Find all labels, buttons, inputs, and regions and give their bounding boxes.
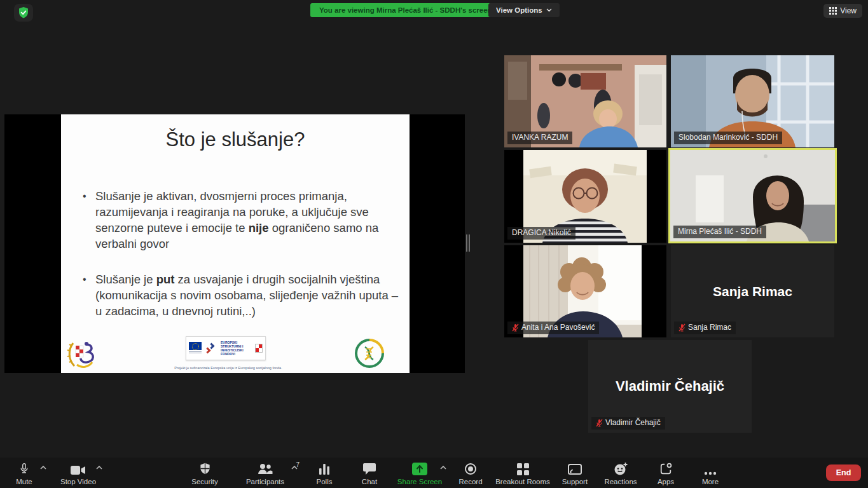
security-button[interactable]: Security xyxy=(183,462,227,485)
reactions-button[interactable]: Reactions xyxy=(595,462,646,485)
view-button[interactable]: View xyxy=(823,4,862,18)
participants-options-chevron[interactable] xyxy=(291,465,298,470)
muted-mic-icon xyxy=(512,323,519,332)
zoom-meeting-window: You are viewing Mirna Plećaš Ilić - SDDH… xyxy=(0,0,868,488)
apps-icon xyxy=(659,463,672,475)
shield-icon xyxy=(199,462,211,475)
eu-banner-text: EUROPSKI STRUKTURNI I INVESTICIJSKI FOND… xyxy=(221,341,252,356)
record-button[interactable]: Record xyxy=(448,462,493,485)
eu-structural-funds-icon xyxy=(204,341,218,356)
shared-screen-area: Što je slušanje? Slušanje je aktivan, dv… xyxy=(4,114,465,373)
support-button[interactable]: Support xyxy=(553,462,597,485)
chat-bubble-icon xyxy=(363,463,376,475)
participant-name-label: Anita i Ana Pavošević xyxy=(507,322,599,334)
participant-tile-vladimir[interactable]: Vladimir Čehajič Vladimir Čehajič xyxy=(588,340,752,433)
participant-name-label: Slobodan Marinković - SDDH xyxy=(674,132,782,144)
viewing-banner: You are viewing Mirna Plećaš Ilić - SDDH… xyxy=(310,3,501,17)
participant-tile-slobodan[interactable]: Slobodan Marinković - SDDH xyxy=(671,55,834,147)
participant-name-label: IVANKA RAZUM xyxy=(507,132,572,144)
participant-tile-sanja[interactable]: Sanja Rimac Sanja Rimac xyxy=(671,245,834,337)
view-options-button[interactable]: View Options xyxy=(488,3,560,17)
breakout-rooms-icon xyxy=(517,463,529,475)
view-button-label: View xyxy=(840,6,857,15)
eu-flag-icon xyxy=(189,342,202,350)
slide-bullet-1: Slušanje je aktivan, dvosmjerni proces p… xyxy=(95,188,401,252)
more-dots-icon xyxy=(704,471,717,475)
support-icon xyxy=(568,464,582,475)
polls-button[interactable]: Polls xyxy=(305,462,343,485)
mute-button[interactable]: Mute xyxy=(5,462,43,485)
encryption-shield-icon[interactable] xyxy=(14,4,33,22)
participant-name-label: Vladimir Čehajič xyxy=(591,417,665,430)
record-icon xyxy=(464,463,477,475)
chevron-down-icon xyxy=(546,8,552,12)
participant-name-label: Mirna Plećaš Ilić - SDDH xyxy=(673,226,766,238)
participant-tile-mirna[interactable]: Mirna Plećaš Ilić - SDDH xyxy=(668,148,837,243)
participant-tile-dragica[interactable]: DRAGICA Nikolić xyxy=(504,150,666,243)
organization-logo xyxy=(67,338,99,370)
end-meeting-button[interactable]: End xyxy=(826,464,861,481)
breakout-rooms-button[interactable]: Breakout Rooms xyxy=(491,462,555,485)
meeting-toolbar: Mute Stop Video Security 7 Participants … xyxy=(0,458,868,488)
camera-icon xyxy=(71,465,86,475)
participant-tile-ivanka[interactable]: IVANKA RAZUM xyxy=(504,55,666,147)
share-options-chevron[interactable] xyxy=(439,465,447,470)
panel-resize-handle[interactable] xyxy=(466,234,471,252)
participant-name-label: DRAGICA Nikolić xyxy=(507,227,575,240)
grid-view-icon xyxy=(829,7,837,15)
chat-button[interactable]: Chat xyxy=(350,462,389,485)
ministry-logo-icon xyxy=(255,344,263,353)
apps-button[interactable]: Apps xyxy=(647,462,685,485)
participant-tile-anita[interactable]: Anita i Ana Pavošević xyxy=(504,245,666,337)
view-options-label: View Options xyxy=(496,6,542,14)
slide-title: Što je slušanje? xyxy=(61,128,410,151)
muted-mic-icon xyxy=(596,419,603,427)
eu-cofinancing-caption: Projekt je sufinancirala Europska unija … xyxy=(162,366,295,370)
video-options-chevron[interactable] xyxy=(95,465,103,470)
polls-icon xyxy=(318,463,331,475)
mute-options-chevron[interactable] xyxy=(39,465,47,470)
participants-icon xyxy=(258,463,273,475)
more-button[interactable]: More xyxy=(691,462,729,485)
microphone-icon xyxy=(18,462,30,475)
participants-button[interactable]: 7 Participants xyxy=(237,462,294,485)
eu-funds-logo: EUROPSKI STRUKTURNI I INVESTICIJSKI FOND… xyxy=(186,336,266,360)
share-screen-icon xyxy=(412,463,427,475)
participant-name-label: Sanja Rimac xyxy=(674,322,736,334)
reactions-smiley-icon xyxy=(614,462,628,475)
project-dna-logo xyxy=(354,338,385,369)
muted-mic-icon xyxy=(679,323,685,332)
slide-bullet-2: Slušanje je put za usvajanje i drugih so… xyxy=(95,271,401,319)
presentation-slide: Što je slušanje? Slušanje je aktivan, dv… xyxy=(61,114,410,373)
